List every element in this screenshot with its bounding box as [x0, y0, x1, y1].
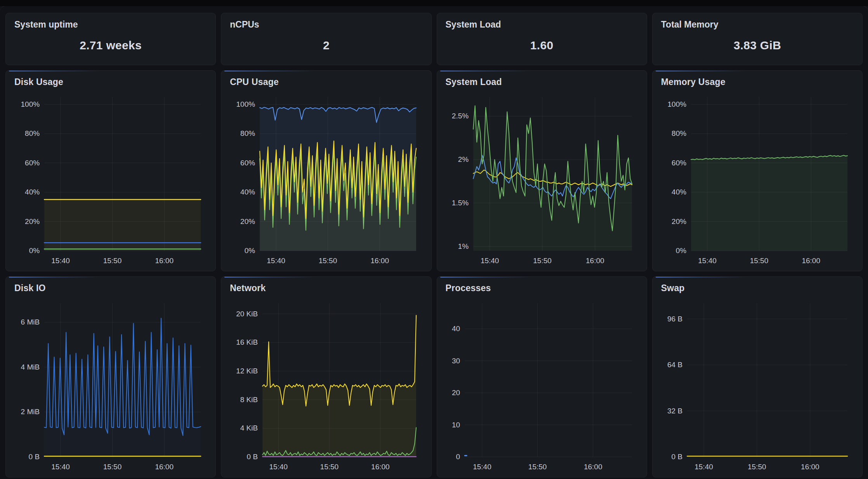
panel-accent	[9, 277, 110, 278]
svg-text:0 B: 0 B	[247, 453, 258, 461]
svg-text:15:40: 15:40	[51, 257, 70, 265]
panel-disk-io: Disk IO 0 B2 MiB4 MiB6 MiB15:4015:5016:0…	[5, 276, 216, 477]
panel-ncpus: nCPUs 2	[221, 13, 431, 65]
panel-title[interactable]: System Load	[437, 13, 647, 30]
svg-text:0%: 0%	[245, 246, 255, 255]
memory-usage-chart[interactable]: 0%20%40%60%80%100%15:4015:5016:00	[656, 92, 858, 269]
svg-text:15:50: 15:50	[533, 257, 552, 265]
svg-text:20 KiB: 20 KiB	[236, 310, 258, 318]
panel-system-uptime: System uptime 2.71 weeks	[5, 13, 216, 65]
panel-disk-usage: Disk Usage 0%20%40%60%80%100%15:4015:501…	[5, 70, 216, 271]
svg-text:1%: 1%	[458, 242, 469, 250]
svg-text:16:00: 16:00	[802, 257, 820, 265]
panel-accent	[440, 277, 541, 278]
system-load-chart[interactable]: 1%1.5%2%2.5%15:4015:5016:00	[441, 92, 642, 269]
svg-text:15:50: 15:50	[320, 463, 339, 471]
svg-text:15:40: 15:40	[269, 463, 288, 471]
svg-text:2 MiB: 2 MiB	[21, 408, 40, 416]
svg-text:1.5%: 1.5%	[451, 199, 468, 207]
svg-text:15:40: 15:40	[51, 463, 70, 471]
svg-text:16:00: 16:00	[371, 257, 389, 265]
panel-accent	[656, 277, 757, 278]
svg-text:15:50: 15:50	[319, 257, 337, 265]
swap-chart[interactable]: 0 B32 B64 B96 B15:4015:5016:00	[656, 298, 858, 475]
svg-text:0 B: 0 B	[29, 453, 40, 461]
panel-title[interactable]: Disk Usage	[14, 77, 63, 87]
panel-title[interactable]: System Load	[446, 77, 502, 87]
panel-title[interactable]: Swap	[661, 283, 685, 293]
svg-text:16:00: 16:00	[583, 463, 602, 471]
svg-text:0 B: 0 B	[671, 453, 682, 461]
panel-system-load: System Load 1%1.5%2%2.5%15:4015:5016:00	[437, 70, 647, 271]
svg-text:4 MiB: 4 MiB	[21, 363, 40, 371]
panel-title[interactable]: Network	[230, 283, 266, 293]
svg-text:40%: 40%	[25, 188, 40, 196]
svg-text:16:00: 16:00	[155, 257, 174, 265]
dashboard-grid: System uptime 2.71 weeks nCPUs 2 System …	[0, 6, 868, 479]
svg-text:16:00: 16:00	[155, 463, 174, 471]
svg-text:15:40: 15:40	[694, 463, 713, 471]
network-chart[interactable]: 0 B4 KiB8 KiB12 KiB16 KiB20 KiB15:4015:5…	[225, 298, 426, 475]
svg-text:20%: 20%	[25, 217, 40, 226]
processes-chart[interactable]: 01020304015:4015:5016:00	[441, 298, 642, 475]
top-app-strip	[0, 0, 868, 6]
svg-text:15:40: 15:40	[698, 257, 717, 265]
svg-text:15:40: 15:40	[480, 257, 499, 265]
svg-text:60%: 60%	[240, 159, 255, 167]
svg-text:16:00: 16:00	[371, 463, 390, 471]
svg-text:0: 0	[456, 453, 460, 461]
panel-accent	[224, 71, 325, 71]
svg-text:40%: 40%	[672, 188, 686, 196]
svg-text:12 KiB: 12 KiB	[236, 367, 258, 375]
svg-text:8 KiB: 8 KiB	[240, 396, 258, 404]
svg-text:15:50: 15:50	[103, 463, 122, 471]
svg-text:15:40: 15:40	[267, 257, 286, 265]
panel-memory-usage: Memory Usage 0%20%40%60%80%100%15:4015:5…	[652, 70, 863, 271]
svg-text:96 B: 96 B	[667, 315, 682, 323]
svg-text:6 MiB: 6 MiB	[21, 318, 40, 326]
disk-io-chart[interactable]: 0 B2 MiB4 MiB6 MiB15:4015:5016:00	[10, 298, 211, 475]
panel-title[interactable]: CPU Usage	[230, 77, 279, 87]
panel-title[interactable]: Total Memory	[653, 13, 862, 30]
svg-text:15:50: 15:50	[750, 257, 768, 265]
svg-text:100%: 100%	[21, 100, 40, 108]
panel-title[interactable]: nCPUs	[221, 13, 431, 30]
panel-title[interactable]: Processes	[446, 283, 491, 293]
panel-processes: Processes 01020304015:4015:5016:00	[437, 276, 647, 477]
svg-text:0%: 0%	[29, 246, 40, 255]
cpu-usage-chart[interactable]: 0%20%40%60%80%100%15:4015:5016:00	[225, 92, 426, 269]
svg-text:15:50: 15:50	[748, 463, 766, 471]
svg-text:16 KiB: 16 KiB	[236, 338, 258, 346]
svg-text:100%: 100%	[667, 100, 686, 108]
svg-text:15:40: 15:40	[473, 463, 491, 471]
svg-text:40: 40	[451, 325, 460, 333]
svg-text:15:50: 15:50	[103, 257, 122, 265]
svg-text:15:50: 15:50	[528, 463, 547, 471]
svg-text:80%: 80%	[672, 129, 686, 137]
panel-swap: Swap 0 B32 B64 B96 B15:4015:5016:00	[652, 276, 863, 477]
panel-title[interactable]: Disk IO	[14, 283, 46, 293]
svg-text:100%: 100%	[236, 100, 255, 108]
svg-text:16:00: 16:00	[801, 463, 819, 471]
svg-text:80%: 80%	[25, 129, 40, 137]
stat-value: 2.71 weeks	[6, 30, 215, 65]
panel-title[interactable]: Memory Usage	[661, 77, 726, 87]
svg-text:60%: 60%	[672, 159, 686, 167]
stat-value: 1.60	[437, 30, 647, 65]
panel-title[interactable]: System uptime	[6, 13, 215, 30]
panel-accent	[440, 71, 541, 71]
svg-text:20%: 20%	[240, 217, 255, 226]
svg-text:32 B: 32 B	[667, 407, 682, 415]
svg-text:0%: 0%	[675, 246, 686, 255]
svg-text:2.5%: 2.5%	[451, 112, 468, 120]
stat-value: 2	[221, 30, 431, 65]
disk-usage-chart[interactable]: 0%20%40%60%80%100%15:4015:5016:00	[10, 92, 211, 269]
svg-text:40%: 40%	[240, 188, 255, 196]
panel-cpu-usage: CPU Usage 0%20%40%60%80%100%15:4015:5016…	[221, 70, 431, 271]
stat-value: 3.83 GiB	[653, 30, 862, 65]
svg-text:60%: 60%	[25, 159, 40, 167]
svg-text:80%: 80%	[240, 129, 255, 137]
svg-text:30: 30	[451, 357, 460, 365]
svg-text:64 B: 64 B	[667, 361, 682, 369]
panel-accent	[9, 71, 110, 71]
